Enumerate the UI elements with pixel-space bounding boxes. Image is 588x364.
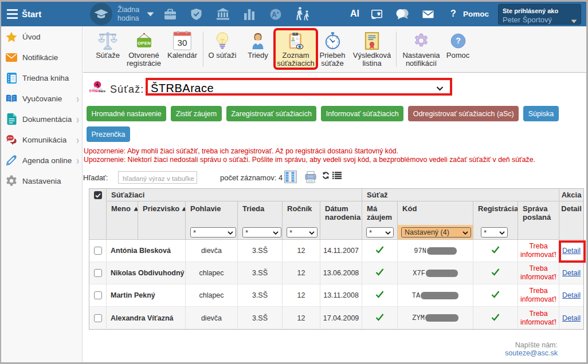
svg-text:?: ?: [456, 36, 461, 45]
svg-text:OPEN: OPEN: [137, 41, 150, 46]
svg-text:+: +: [277, 10, 280, 15]
svg-text:30: 30: [178, 38, 187, 48]
svg-text:race: race: [99, 89, 106, 93]
